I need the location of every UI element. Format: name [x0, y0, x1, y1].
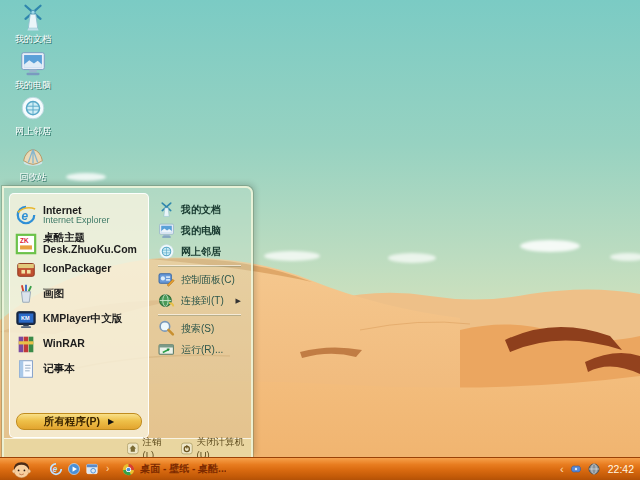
desktop[interactable]: 我的文档 我的电脑 网上邻居 回收站	[0, 0, 640, 480]
submenu-arrow-icon: ▶	[108, 417, 114, 426]
all-programs-label: 所有程序(P)	[44, 415, 100, 429]
desktop-icon-recycle-bin[interactable]: 回收站	[4, 140, 62, 184]
menu-item-title: KMPlayer中文版	[43, 313, 122, 324]
desktop-icon-label: 网上邻居	[15, 125, 51, 138]
my-documents-small-icon	[158, 201, 175, 218]
desktop-icon-network-places[interactable]: 网上邻居	[4, 94, 62, 138]
recycle-bin-icon	[18, 140, 48, 170]
taskbar-task-item[interactable]: 桌面 - 壁纸 - 桌酷...	[122, 462, 226, 476]
start-button[interactable]	[0, 458, 42, 480]
kmplayer-icon: KM	[15, 308, 37, 330]
tray-globe-icon[interactable]	[588, 463, 600, 475]
start-menu-item-run[interactable]: 运行(R)...	[156, 339, 249, 360]
menu-item-label: 我的电脑	[181, 224, 221, 238]
menu-item-label: 搜索(S)	[181, 322, 214, 336]
taskbar: e › 桌面 - 壁纸 - 桌酷...	[0, 457, 640, 480]
menu-separator	[158, 314, 241, 315]
menu-item-title: 记事本	[43, 363, 75, 374]
menu-item-title: IconPackager	[43, 263, 111, 274]
search-icon	[158, 320, 175, 337]
log-off-icon	[127, 442, 139, 455]
paint-icon	[15, 283, 37, 305]
quick-launch: e ›	[49, 462, 109, 476]
start-menu-right-column: 我的文档 我的电脑	[149, 188, 251, 438]
quicklaunch-media-player-icon[interactable]	[67, 462, 81, 476]
desktop-icon-my-documents[interactable]: 我的文档	[4, 2, 62, 46]
start-menu-left-column: e Internet Internet Explorer ZK 桌酷主题Desk…	[9, 193, 149, 438]
my-computer-small-icon	[158, 222, 175, 239]
menu-item-title: WinRAR	[43, 338, 85, 349]
svg-text:e: e	[53, 465, 58, 474]
tray-collapse-chevron[interactable]: ‹	[560, 464, 564, 475]
start-menu-item-network-places[interactable]: 网上邻居	[156, 241, 249, 262]
start-menu-item-internet[interactable]: e Internet Internet Explorer	[13, 199, 145, 231]
menu-item-title: 桌酷主题Desk.ZhuoKu.Com	[43, 232, 143, 254]
desktop-icon-label: 我的文档	[15, 33, 51, 46]
start-menu-item-connect-to[interactable]: 连接到(T) ▶	[156, 290, 249, 311]
start-menu-left-spacer	[13, 381, 145, 411]
start-menu-bottom-bar: 注销(L) 关闭计算机(U)	[4, 438, 251, 457]
shutdown-power-icon	[181, 442, 193, 455]
start-menu-item-search[interactable]: 搜索(S)	[156, 318, 249, 339]
start-menu-item-my-documents[interactable]: 我的文档	[156, 199, 249, 220]
start-menu-item-my-computer[interactable]: 我的电脑	[156, 220, 249, 241]
run-icon	[158, 341, 175, 358]
start-menu-item-kmplayer[interactable]: KM KMPlayer中文版	[13, 306, 145, 331]
start-menu-item-control-panel[interactable]: 控制面板(C)	[156, 269, 249, 290]
internet-explorer-icon: e	[15, 204, 37, 226]
winrar-icon	[15, 333, 37, 355]
quicklaunch-ie-icon[interactable]: e	[49, 462, 63, 476]
browser-task-icon	[122, 463, 135, 476]
task-item-label: 桌面 - 壁纸 - 桌酷...	[140, 462, 226, 476]
menu-item-label: 网上邻居	[181, 245, 221, 259]
menu-item-label: 控制面板(C)	[181, 273, 235, 287]
iconpackager-icon	[15, 258, 37, 280]
svg-text:ZK: ZK	[20, 237, 29, 244]
start-menu-item-zhuoku-theme[interactable]: ZK 桌酷主题Desk.ZhuoKu.Com	[13, 231, 145, 256]
network-places-icon	[18, 94, 48, 124]
start-menu-item-winrar[interactable]: WinRAR	[13, 331, 145, 356]
menu-separator	[158, 265, 241, 266]
menu-item-label: 运行(R)...	[181, 343, 223, 357]
desktop-icon-label: 我的电脑	[15, 79, 51, 92]
menu-item-label: 连接到(T)	[181, 294, 224, 308]
menu-item-subtitle: Internet Explorer	[43, 216, 110, 225]
taskbar-clock[interactable]: 22:42	[608, 463, 634, 475]
svg-text:e: e	[21, 209, 28, 223]
desktop-icon-label: 回收站	[20, 171, 47, 184]
submenu-arrow-icon: ▶	[236, 297, 241, 305]
network-places-small-icon	[158, 243, 175, 260]
zhuoku-theme-icon: ZK	[15, 233, 37, 255]
tray-messenger-icon[interactable]	[570, 463, 582, 475]
start-face-icon	[11, 459, 32, 480]
menu-item-title: 画图	[43, 288, 64, 299]
start-menu: e Internet Internet Explorer ZK 桌酷主题Desk…	[2, 186, 253, 457]
quicklaunch-overflow-chevron[interactable]: ›	[106, 464, 109, 474]
system-tray: ‹ 22:42	[560, 463, 634, 475]
connect-to-icon	[158, 292, 175, 309]
start-menu-item-iconpackager[interactable]: IconPackager	[13, 256, 145, 281]
all-programs-button[interactable]: 所有程序(P) ▶	[16, 413, 142, 430]
quicklaunch-explorer-icon[interactable]	[85, 462, 99, 476]
desktop-icon-my-computer[interactable]: 我的电脑	[4, 48, 62, 92]
control-panel-icon	[158, 271, 175, 288]
my-computer-icon	[18, 48, 48, 78]
my-documents-icon	[18, 2, 48, 32]
svg-text:KM: KM	[21, 315, 30, 321]
start-menu-item-paint[interactable]: 画图	[13, 281, 145, 306]
start-menu-item-notepad[interactable]: 记事本	[13, 356, 145, 381]
menu-item-label: 我的文档	[181, 203, 221, 217]
notepad-icon	[15, 358, 37, 380]
